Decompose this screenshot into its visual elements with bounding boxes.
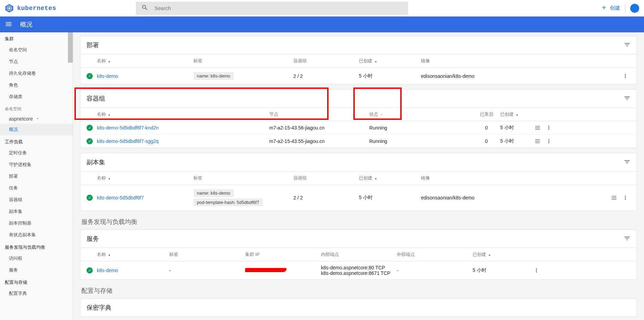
dropdown-icon — [36, 116, 40, 122]
row-menu[interactable] — [620, 195, 631, 201]
col-restart[interactable]: 已重启 — [473, 111, 500, 117]
nav-statefulsets[interactable]: 有状态副本集 — [0, 229, 73, 241]
created-time: 5 小时 — [359, 73, 421, 79]
nav-group-workloads[interactable]: 工作负载 — [0, 135, 73, 147]
col-ip[interactable]: 集群 IP — [245, 251, 321, 258]
col-created[interactable]: 已创建 — [473, 252, 486, 257]
nav-replicasets[interactable]: 副本集 — [0, 206, 73, 217]
sort-icon[interactable] — [107, 252, 111, 257]
sort-icon[interactable] — [107, 175, 111, 180]
col-node[interactable]: 节点 — [269, 111, 369, 117]
services-card: 服务 名称 标签 集群 IP 内部端点 外部端点 已创建 ✓ k8s-demo … — [80, 229, 637, 280]
svc-ip — [245, 268, 321, 273]
filter-icon[interactable] — [624, 95, 631, 103]
nav-storageclass[interactable]: 存储类 — [0, 91, 73, 103]
nav-rc[interactable]: 副本控制器 — [0, 217, 73, 229]
image-name: edisonsaonian/k8s-demo — [421, 195, 608, 200]
deployment-link[interactable]: k8s-demo — [97, 73, 118, 79]
logs-icon[interactable] — [608, 195, 620, 201]
nav-group-discovery[interactable]: 服务发现与负载均衡 — [0, 241, 73, 252]
deployments-card: 部署 名称 标签 容器组 已创建 镜像 ✓ k8s-demo name: k8s… — [80, 36, 637, 84]
sort-icon[interactable] — [380, 112, 383, 117]
row-menu[interactable] — [544, 138, 554, 144]
col-created[interactable]: 已创建 — [359, 58, 372, 63]
col-created[interactable]: 已创建 — [500, 112, 514, 117]
nav-pv[interactable]: 持久化存储卷 — [0, 68, 73, 79]
pod-created: 5 小时 — [500, 138, 531, 144]
sort-icon[interactable] — [487, 252, 492, 257]
table-row: ✓ k8s-demo-5d5dbdf6f7-knd2n m7-a2-15-43.… — [80, 121, 637, 135]
col-ext[interactable]: 外部端点 — [397, 251, 473, 258]
sort-icon[interactable] — [107, 58, 111, 63]
status-ok-icon: ✓ — [87, 267, 93, 273]
nav-deployments[interactable]: 部署 — [0, 171, 73, 182]
nav-jobs[interactable]: 任务 — [0, 182, 73, 194]
logs-icon[interactable] — [531, 138, 544, 144]
row-menu[interactable] — [544, 125, 554, 131]
row-menu[interactable] — [531, 267, 542, 273]
nav-services[interactable]: 服务 — [0, 264, 73, 276]
col-label[interactable]: 标签 — [169, 251, 245, 258]
filter-icon[interactable] — [624, 158, 631, 166]
create-button[interactable]: 创建 — [601, 4, 620, 12]
sort-icon[interactable] — [107, 112, 111, 117]
col-status[interactable]: 状态 — [369, 112, 378, 117]
nav-group-config[interactable]: 配置与存储 — [0, 276, 73, 288]
svc-link[interactable]: k8s-demo — [97, 268, 118, 273]
col-pods[interactable]: 容器组 — [293, 175, 359, 181]
pod-link[interactable]: k8s-demo-5d5dbdf6f7-knd2n — [97, 125, 159, 131]
user-avatar[interactable] — [630, 4, 639, 13]
search-input[interactable] — [154, 5, 403, 11]
svc-created: 5 小时 — [473, 267, 531, 273]
col-name[interactable]: 名称 — [97, 252, 106, 257]
search-box[interactable] — [136, 2, 408, 15]
table-row: ✓ k8s-demo-5d5dbdf6f7 name: k8s-demo pod… — [80, 185, 637, 210]
created-time: 5 小时 — [359, 195, 421, 201]
col-created[interactable]: 已创建 — [359, 175, 372, 180]
nav-configmaps[interactable]: 配置字典 — [0, 288, 73, 299]
label-tag: name: k8s-demo — [193, 189, 234, 197]
col-int[interactable]: 内部端点 — [321, 251, 397, 258]
plus-icon — [601, 4, 607, 12]
nav-nodes[interactable]: 节点 — [0, 56, 73, 68]
logs-icon[interactable] — [531, 125, 544, 131]
pod-status: Running — [369, 138, 473, 144]
col-image[interactable]: 镜像 — [421, 58, 620, 64]
namespace-selector[interactable]: aspnetcore — [0, 114, 73, 124]
scrollbar[interactable] — [68, 32, 73, 63]
row-menu[interactable] — [620, 73, 631, 79]
logo[interactable]: kubernetes — [5, 4, 136, 13]
filter-icon[interactable] — [624, 235, 631, 243]
col-label[interactable]: 标签 — [193, 175, 293, 181]
nav-group-cluster[interactable]: 集群 — [0, 32, 73, 44]
col-label[interactable]: 标签 — [193, 58, 293, 64]
pods-title: 容器组 — [87, 94, 105, 103]
section-cfg: 配置与存储 — [80, 285, 637, 298]
col-name[interactable]: 名称 — [97, 112, 106, 117]
col-name[interactable]: 名称 — [97, 175, 106, 180]
sort-icon[interactable] — [374, 58, 378, 63]
table-row: ✓ k8s-demo name: k8s-demo 2 / 2 5 小时 edi… — [80, 68, 637, 84]
search-icon — [141, 4, 148, 12]
col-name[interactable]: 名称 — [97, 58, 106, 63]
nav-overview[interactable]: 概况 — [0, 124, 73, 135]
image-name: edisonsaonian/k8s-demo — [421, 73, 620, 79]
filter-icon[interactable] — [624, 41, 631, 49]
kubernetes-logo-icon — [5, 4, 14, 13]
logo-text: kubernetes — [17, 5, 56, 12]
col-image[interactable]: 镜像 — [421, 175, 608, 181]
col-pods[interactable]: 容器组 — [293, 58, 359, 64]
table-row: ✓ k8s-demo-5d5dbdf6f7-sgg2q m7-a2-15-43.… — [80, 135, 637, 148]
sort-icon[interactable] — [374, 175, 378, 180]
sort-icon[interactable] — [515, 112, 519, 117]
rs-link[interactable]: k8s-demo-5d5dbdf6f7 — [97, 195, 144, 200]
create-label: 创建 — [610, 5, 620, 11]
nav-roles[interactable]: 角色 — [0, 79, 73, 91]
pod-link[interactable]: k8s-demo-5d5dbdf6f7-sgg2q — [97, 138, 159, 144]
nav-namespaces[interactable]: 命名空间 — [0, 44, 73, 56]
nav-cronjobs[interactable]: 定时任务 — [0, 147, 73, 159]
nav-ingress[interactable]: 访问权 — [0, 252, 73, 264]
hamburger-menu-icon[interactable] — [5, 20, 12, 29]
nav-pods[interactable]: 容器组 — [0, 194, 73, 206]
nav-daemonsets[interactable]: 守护进程集 — [0, 159, 73, 171]
